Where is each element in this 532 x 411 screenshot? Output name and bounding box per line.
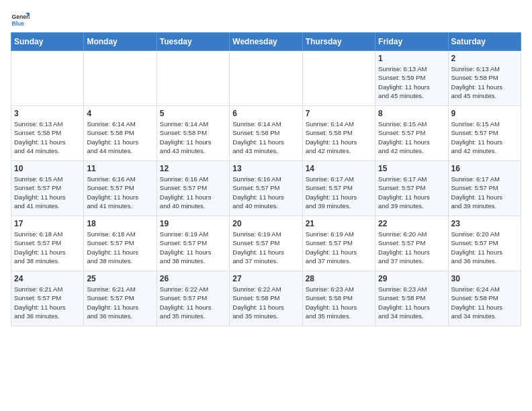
weekday-header-row: SundayMondayTuesdayWednesdayThursdayFrid… <box>11 33 521 51</box>
day-cell <box>302 51 375 106</box>
day-number: 23 <box>451 219 518 228</box>
day-cell <box>11 51 84 106</box>
day-cell: 25Sunrise: 6:21 AM Sunset: 5:57 PM Dayli… <box>84 271 157 326</box>
day-cell: 26Sunrise: 6:22 AM Sunset: 5:57 PM Dayli… <box>157 271 229 326</box>
day-info: Sunrise: 6:17 AM Sunset: 5:57 PM Dayligh… <box>378 175 445 210</box>
weekday-header-saturday: Saturday <box>448 33 521 51</box>
weekday-header-wednesday: Wednesday <box>230 33 302 51</box>
day-cell: 18Sunrise: 6:18 AM Sunset: 5:57 PM Dayli… <box>84 216 157 271</box>
day-cell: 3Sunrise: 6:13 AM Sunset: 5:58 PM Daylig… <box>11 106 84 161</box>
day-number: 10 <box>14 164 81 173</box>
day-cell: 13Sunrise: 6:16 AM Sunset: 5:57 PM Dayli… <box>230 161 302 216</box>
day-info: Sunrise: 6:13 AM Sunset: 5:59 PM Dayligh… <box>378 64 445 100</box>
day-number: 8 <box>378 109 445 118</box>
weekday-header-monday: Monday <box>84 33 157 51</box>
day-number: 24 <box>14 274 81 283</box>
day-info: Sunrise: 6:23 AM Sunset: 5:58 PM Dayligh… <box>378 285 445 320</box>
day-cell: 6Sunrise: 6:14 AM Sunset: 5:58 PM Daylig… <box>230 106 302 161</box>
page-header: General Blue <box>11 11 521 30</box>
day-cell: 5Sunrise: 6:14 AM Sunset: 5:58 PM Daylig… <box>157 106 229 161</box>
day-info: Sunrise: 6:14 AM Sunset: 5:58 PM Dayligh… <box>87 120 153 155</box>
day-number: 20 <box>232 219 299 228</box>
day-info: Sunrise: 6:23 AM Sunset: 5:58 PM Dayligh… <box>306 285 372 320</box>
day-number: 14 <box>306 164 372 173</box>
day-number: 25 <box>87 274 153 283</box>
day-number: 29 <box>378 274 445 283</box>
day-number: 22 <box>378 219 445 228</box>
calendar-table: SundayMondayTuesdayWednesdayThursdayFrid… <box>11 32 521 326</box>
day-info: Sunrise: 6:14 AM Sunset: 5:58 PM Dayligh… <box>306 120 372 155</box>
day-cell <box>230 51 302 106</box>
day-number: 30 <box>451 274 518 283</box>
day-info: Sunrise: 6:22 AM Sunset: 5:58 PM Dayligh… <box>232 285 299 320</box>
day-info: Sunrise: 6:14 AM Sunset: 5:58 PM Dayligh… <box>232 120 299 155</box>
day-number: 12 <box>160 164 226 173</box>
day-number: 19 <box>160 219 226 228</box>
day-number: 11 <box>87 164 153 173</box>
day-info: Sunrise: 6:22 AM Sunset: 5:57 PM Dayligh… <box>160 285 226 320</box>
day-cell: 2Sunrise: 6:13 AM Sunset: 5:58 PM Daylig… <box>448 51 521 106</box>
day-info: Sunrise: 6:16 AM Sunset: 5:57 PM Dayligh… <box>232 175 299 210</box>
day-cell: 19Sunrise: 6:19 AM Sunset: 5:57 PM Dayli… <box>157 216 229 271</box>
week-row-4: 17Sunrise: 6:18 AM Sunset: 5:57 PM Dayli… <box>11 216 521 271</box>
day-cell: 24Sunrise: 6:21 AM Sunset: 5:57 PM Dayli… <box>11 271 84 326</box>
day-number: 9 <box>451 109 518 118</box>
week-row-3: 10Sunrise: 6:15 AM Sunset: 5:57 PM Dayli… <box>11 161 521 216</box>
day-info: Sunrise: 6:17 AM Sunset: 5:57 PM Dayligh… <box>451 175 518 210</box>
day-info: Sunrise: 6:15 AM Sunset: 5:57 PM Dayligh… <box>378 120 445 155</box>
day-info: Sunrise: 6:24 AM Sunset: 5:58 PM Dayligh… <box>451 285 518 320</box>
day-info: Sunrise: 6:16 AM Sunset: 5:57 PM Dayligh… <box>87 175 153 210</box>
weekday-header-thursday: Thursday <box>302 33 375 51</box>
day-cell: 10Sunrise: 6:15 AM Sunset: 5:57 PM Dayli… <box>11 161 84 216</box>
weekday-header-tuesday: Tuesday <box>157 33 229 51</box>
day-number: 26 <box>160 274 226 283</box>
day-number: 27 <box>232 274 299 283</box>
day-cell: 20Sunrise: 6:19 AM Sunset: 5:57 PM Dayli… <box>230 216 302 271</box>
day-number: 13 <box>232 164 299 173</box>
day-info: Sunrise: 6:19 AM Sunset: 5:57 PM Dayligh… <box>160 230 226 265</box>
week-row-2: 3Sunrise: 6:13 AM Sunset: 5:58 PM Daylig… <box>11 106 521 161</box>
day-cell: 17Sunrise: 6:18 AM Sunset: 5:57 PM Dayli… <box>11 216 84 271</box>
day-cell: 27Sunrise: 6:22 AM Sunset: 5:58 PM Dayli… <box>230 271 302 326</box>
day-info: Sunrise: 6:21 AM Sunset: 5:57 PM Dayligh… <box>87 285 153 320</box>
day-number: 6 <box>232 109 299 118</box>
day-number: 3 <box>14 109 81 118</box>
day-cell: 21Sunrise: 6:19 AM Sunset: 5:57 PM Dayli… <box>302 216 375 271</box>
day-info: Sunrise: 6:19 AM Sunset: 5:57 PM Dayligh… <box>232 230 299 265</box>
week-row-5: 24Sunrise: 6:21 AM Sunset: 5:57 PM Dayli… <box>11 271 521 326</box>
day-cell: 7Sunrise: 6:14 AM Sunset: 5:58 PM Daylig… <box>302 106 375 161</box>
day-info: Sunrise: 6:15 AM Sunset: 5:57 PM Dayligh… <box>14 175 81 210</box>
day-cell: 8Sunrise: 6:15 AM Sunset: 5:57 PM Daylig… <box>375 106 448 161</box>
svg-text:Blue: Blue <box>12 20 25 27</box>
day-number: 7 <box>306 109 372 118</box>
day-cell: 22Sunrise: 6:20 AM Sunset: 5:57 PM Dayli… <box>375 216 448 271</box>
day-cell <box>84 51 157 106</box>
day-cell: 28Sunrise: 6:23 AM Sunset: 5:58 PM Dayli… <box>302 271 375 326</box>
day-info: Sunrise: 6:17 AM Sunset: 5:57 PM Dayligh… <box>306 175 372 210</box>
day-cell: 14Sunrise: 6:17 AM Sunset: 5:57 PM Dayli… <box>302 161 375 216</box>
day-number: 17 <box>14 219 81 228</box>
day-cell: 16Sunrise: 6:17 AM Sunset: 5:57 PM Dayli… <box>448 161 521 216</box>
day-number: 2 <box>451 54 518 63</box>
day-info: Sunrise: 6:19 AM Sunset: 5:57 PM Dayligh… <box>306 230 372 265</box>
day-number: 5 <box>160 109 226 118</box>
day-info: Sunrise: 6:18 AM Sunset: 5:57 PM Dayligh… <box>87 230 153 265</box>
logo-icon: General Blue <box>11 11 30 30</box>
day-number: 16 <box>451 164 518 173</box>
day-info: Sunrise: 6:18 AM Sunset: 5:57 PM Dayligh… <box>14 230 81 265</box>
day-info: Sunrise: 6:21 AM Sunset: 5:57 PM Dayligh… <box>14 285 81 320</box>
day-info: Sunrise: 6:16 AM Sunset: 5:57 PM Dayligh… <box>160 175 226 210</box>
weekday-header-friday: Friday <box>375 33 448 51</box>
day-cell: 1Sunrise: 6:13 AM Sunset: 5:59 PM Daylig… <box>375 51 448 106</box>
weekday-header-sunday: Sunday <box>11 33 84 51</box>
day-cell: 15Sunrise: 6:17 AM Sunset: 5:57 PM Dayli… <box>375 161 448 216</box>
day-number: 21 <box>306 219 372 228</box>
day-cell: 9Sunrise: 6:15 AM Sunset: 5:57 PM Daylig… <box>448 106 521 161</box>
day-info: Sunrise: 6:15 AM Sunset: 5:57 PM Dayligh… <box>451 120 518 155</box>
day-cell: 4Sunrise: 6:14 AM Sunset: 5:58 PM Daylig… <box>84 106 157 161</box>
day-info: Sunrise: 6:14 AM Sunset: 5:58 PM Dayligh… <box>160 120 226 155</box>
day-number: 1 <box>378 54 445 63</box>
day-info: Sunrise: 6:13 AM Sunset: 5:58 PM Dayligh… <box>451 64 518 100</box>
day-cell: 30Sunrise: 6:24 AM Sunset: 5:58 PM Dayli… <box>448 271 521 326</box>
day-number: 4 <box>87 109 153 118</box>
